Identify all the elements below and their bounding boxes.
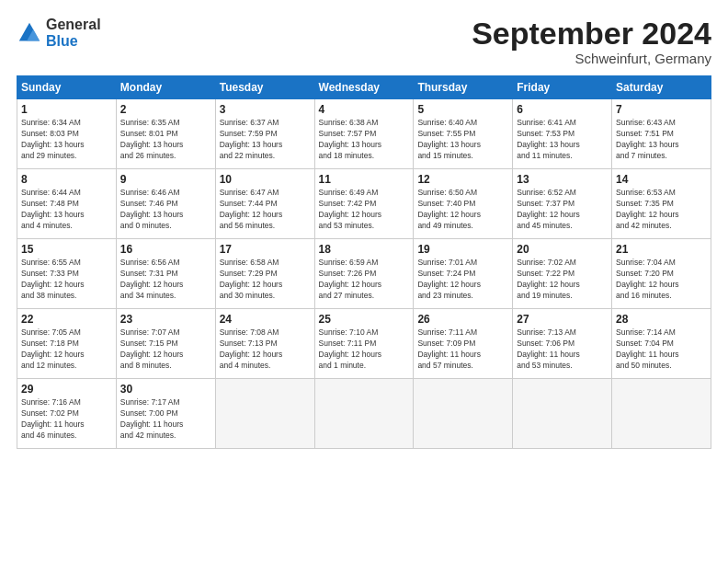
day-info: Sunrise: 7:17 AM Sunset: 7:00 PM Dayligh… [120,397,211,442]
table-row: 26Sunrise: 7:11 AM Sunset: 7:09 PM Dayli… [414,309,513,379]
day-number: 5 [417,103,508,116]
col-saturday: Saturday [612,76,711,99]
table-row: 18Sunrise: 6:59 AM Sunset: 7:26 PM Dayli… [314,239,414,309]
day-number: 1 [21,103,112,116]
table-row: 22Sunrise: 7:05 AM Sunset: 7:18 PM Dayli… [17,309,117,379]
day-info: Sunrise: 7:13 AM Sunset: 7:06 PM Dayligh… [517,327,608,372]
table-row: 3Sunrise: 6:37 AM Sunset: 7:59 PM Daylig… [215,99,314,169]
day-number: 13 [517,173,608,186]
day-number: 22 [21,313,112,326]
table-row: 16Sunrise: 6:56 AM Sunset: 7:31 PM Dayli… [116,239,215,309]
table-row: 29Sunrise: 7:16 AM Sunset: 7:02 PM Dayli… [17,379,117,449]
table-row: 21Sunrise: 7:04 AM Sunset: 7:20 PM Dayli… [612,239,711,309]
day-info: Sunrise: 6:34 AM Sunset: 8:03 PM Dayligh… [21,118,112,162]
day-info: Sunrise: 6:52 AM Sunset: 7:37 PM Dayligh… [517,188,608,232]
table-row: 15Sunrise: 6:55 AM Sunset: 7:33 PM Dayli… [17,239,117,309]
day-info: Sunrise: 6:43 AM Sunset: 7:51 PM Dayligh… [616,118,707,162]
day-info: Sunrise: 7:11 AM Sunset: 7:09 PM Dayligh… [417,327,508,372]
table-row: 9Sunrise: 6:46 AM Sunset: 7:46 PM Daylig… [116,169,215,239]
day-number: 18 [319,243,410,256]
day-number: 3 [220,103,311,116]
table-row: 1Sunrise: 6:34 AM Sunset: 8:03 PM Daylig… [17,99,117,169]
col-monday: Monday [116,76,215,99]
logo-icon [17,20,42,46]
day-number: 10 [220,173,311,186]
table-row: 14Sunrise: 6:53 AM Sunset: 7:35 PM Dayli… [612,169,711,239]
calendar-week-row: 15Sunrise: 6:55 AM Sunset: 7:33 PM Dayli… [17,239,711,309]
table-row: 13Sunrise: 6:52 AM Sunset: 7:37 PM Dayli… [513,169,612,239]
day-number: 6 [517,103,608,116]
title-block: September 2024 Schweinfurt, Germany [472,17,711,66]
day-number: 29 [21,383,112,396]
table-row: 4Sunrise: 6:38 AM Sunset: 7:57 PM Daylig… [314,99,414,169]
location-subtitle: Schweinfurt, Germany [472,51,711,66]
day-info: Sunrise: 6:44 AM Sunset: 7:48 PM Dayligh… [21,188,112,232]
day-number: 17 [220,243,311,256]
table-row [215,379,314,449]
table-row: 5Sunrise: 6:40 AM Sunset: 7:55 PM Daylig… [414,99,513,169]
table-row: 23Sunrise: 7:07 AM Sunset: 7:15 PM Dayli… [116,309,215,379]
day-info: Sunrise: 7:07 AM Sunset: 7:15 PM Dayligh… [120,327,211,372]
table-row [314,379,414,449]
calendar: Sunday Monday Tuesday Wednesday Thursday… [17,75,711,449]
day-info: Sunrise: 7:10 AM Sunset: 7:11 PM Dayligh… [319,327,410,372]
calendar-week-row: 8Sunrise: 6:44 AM Sunset: 7:48 PM Daylig… [17,169,711,239]
day-info: Sunrise: 6:49 AM Sunset: 7:42 PM Dayligh… [319,188,410,232]
page: General Blue September 2024 Schweinfurt,… [0,0,728,563]
day-number: 12 [417,173,508,186]
day-number: 28 [616,313,707,326]
table-row [414,379,513,449]
day-info: Sunrise: 6:55 AM Sunset: 7:33 PM Dayligh… [21,258,112,302]
table-row: 28Sunrise: 7:14 AM Sunset: 7:04 PM Dayli… [612,309,711,379]
day-number: 16 [120,243,211,256]
day-info: Sunrise: 6:35 AM Sunset: 8:01 PM Dayligh… [120,118,211,162]
table-row: 17Sunrise: 6:58 AM Sunset: 7:29 PM Dayli… [215,239,314,309]
day-number: 14 [616,173,707,186]
day-number: 24 [220,313,311,326]
day-info: Sunrise: 6:50 AM Sunset: 7:40 PM Dayligh… [417,188,508,232]
day-number: 19 [417,243,508,256]
day-info: Sunrise: 7:01 AM Sunset: 7:24 PM Dayligh… [417,258,508,302]
table-row: 25Sunrise: 7:10 AM Sunset: 7:11 PM Dayli… [314,309,414,379]
table-row: 20Sunrise: 7:02 AM Sunset: 7:22 PM Dayli… [513,239,612,309]
table-row: 2Sunrise: 6:35 AM Sunset: 8:01 PM Daylig… [116,99,215,169]
day-number: 20 [517,243,608,256]
col-thursday: Thursday [414,76,513,99]
day-number: 11 [319,173,410,186]
day-number: 21 [616,243,707,256]
table-row: 7Sunrise: 6:43 AM Sunset: 7:51 PM Daylig… [612,99,711,169]
day-info: Sunrise: 6:56 AM Sunset: 7:31 PM Dayligh… [120,258,211,302]
logo: General Blue [17,17,101,49]
day-info: Sunrise: 6:41 AM Sunset: 7:53 PM Dayligh… [517,118,608,162]
table-row: 24Sunrise: 7:08 AM Sunset: 7:13 PM Dayli… [215,309,314,379]
day-number: 15 [21,243,112,256]
calendar-header-row: Sunday Monday Tuesday Wednesday Thursday… [17,76,711,99]
day-number: 27 [517,313,608,326]
day-number: 9 [120,173,211,186]
day-info: Sunrise: 6:38 AM Sunset: 7:57 PM Dayligh… [319,118,410,162]
col-sunday: Sunday [17,76,117,99]
month-title: September 2024 [472,17,711,51]
day-number: 30 [120,383,211,396]
day-number: 25 [319,313,410,326]
table-row [513,379,612,449]
calendar-week-row: 1Sunrise: 6:34 AM Sunset: 8:03 PM Daylig… [17,99,711,169]
logo-text: General Blue [46,17,101,49]
day-info: Sunrise: 7:02 AM Sunset: 7:22 PM Dayligh… [517,258,608,302]
table-row: 6Sunrise: 6:41 AM Sunset: 7:53 PM Daylig… [513,99,612,169]
day-info: Sunrise: 7:16 AM Sunset: 7:02 PM Dayligh… [21,397,112,442]
day-info: Sunrise: 6:53 AM Sunset: 7:35 PM Dayligh… [616,188,707,232]
table-row: 19Sunrise: 7:01 AM Sunset: 7:24 PM Dayli… [414,239,513,309]
col-friday: Friday [513,76,612,99]
logo-general-text: General [46,17,101,33]
table-row: 10Sunrise: 6:47 AM Sunset: 7:44 PM Dayli… [215,169,314,239]
table-row: 27Sunrise: 7:13 AM Sunset: 7:06 PM Dayli… [513,309,612,379]
day-info: Sunrise: 7:14 AM Sunset: 7:04 PM Dayligh… [616,327,707,372]
table-row: 12Sunrise: 6:50 AM Sunset: 7:40 PM Dayli… [414,169,513,239]
table-row [612,379,711,449]
day-info: Sunrise: 6:37 AM Sunset: 7:59 PM Dayligh… [220,118,311,162]
day-info: Sunrise: 6:59 AM Sunset: 7:26 PM Dayligh… [319,258,410,302]
table-row: 8Sunrise: 6:44 AM Sunset: 7:48 PM Daylig… [17,169,117,239]
day-number: 26 [417,313,508,326]
day-info: Sunrise: 6:40 AM Sunset: 7:55 PM Dayligh… [417,118,508,162]
